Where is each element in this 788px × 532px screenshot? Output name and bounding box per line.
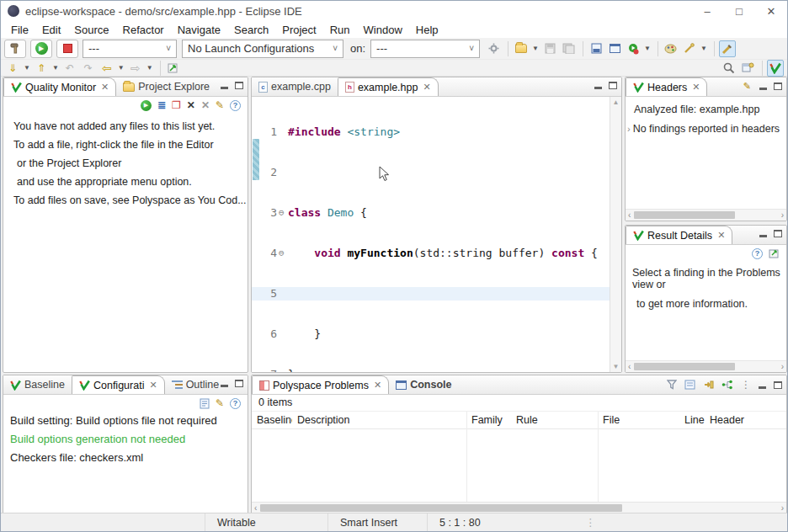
forward-button-disabled[interactable]: ↷: [80, 60, 97, 77]
menu-item-project[interactable]: Project: [275, 23, 322, 37]
editor-vertical-scrollbar[interactable]: ▲ ▼: [610, 97, 621, 372]
tab-polyspace-problems[interactable]: Polyspace Problems ✕: [252, 375, 389, 394]
back-history-button[interactable]: ⇦: [98, 60, 115, 77]
minimize-view-icon[interactable]: [759, 88, 767, 90]
maximize-view-icon[interactable]: [774, 82, 782, 90]
maximize-view-icon[interactable]: [609, 82, 617, 89]
tab-result-details[interactable]: Result Details ✕: [626, 226, 732, 244]
save-all-button[interactable]: [560, 40, 577, 57]
expand-chevron-icon[interactable]: ›: [627, 124, 631, 134]
tab-outline[interactable]: Outline: [165, 375, 226, 394]
menu-item-navigate[interactable]: Navigate: [171, 23, 227, 37]
column-header-baseline[interactable]: Baseline: [252, 414, 292, 426]
scrollbar-thumb[interactable]: [634, 363, 735, 370]
result-details-horizontal-scrollbar[interactable]: ‹ ›: [626, 360, 786, 372]
scroll-right-icon[interactable]: ›: [781, 362, 784, 371]
tab-example-hpp[interactable]: h example.hpp ✕: [338, 77, 439, 96]
export-icon[interactable]: [703, 380, 714, 390]
column-header-description[interactable]: Description: [292, 414, 466, 426]
close-button[interactable]: ✕: [755, 1, 787, 21]
column-header-line[interactable]: Line: [679, 414, 705, 426]
maximize-view-icon[interactable]: [235, 380, 243, 387]
maximize-view-icon[interactable]: [774, 230, 782, 237]
build-active-config-button[interactable]: [588, 40, 604, 57]
menu-item-run[interactable]: Run: [323, 23, 357, 37]
next-annotation-dropdown[interactable]: ▼: [24, 64, 30, 72]
external-tools-button[interactable]: [681, 40, 698, 57]
build-config-combo[interactable]: --- ˅: [83, 40, 177, 58]
tab-project-explorer[interactable]: Project Explore: [116, 77, 216, 96]
tab-quality-monitor[interactable]: Quality Monitor ✕: [3, 77, 116, 96]
launch-config-combo[interactable]: No Launch Configurations ˅: [182, 40, 343, 58]
statusbar-drag-handle-icon[interactable]: ⋮: [585, 516, 596, 529]
tab-baseline[interactable]: Baseline: [3, 375, 72, 394]
group-by-icon[interactable]: [684, 380, 695, 390]
scroll-up-icon[interactable]: ▲: [613, 98, 620, 106]
polyspace-perspective-button[interactable]: [767, 60, 784, 77]
scrollbar-thumb[interactable]: [260, 504, 622, 512]
open-console-button[interactable]: [606, 40, 623, 57]
open-perspective-button[interactable]: [739, 60, 756, 77]
scroll-down-icon[interactable]: ▼: [613, 363, 620, 370]
minimize-button[interactable]: –: [691, 1, 723, 21]
scroll-left-icon[interactable]: ‹: [628, 210, 631, 220]
remove-files-icon[interactable]: ❐: [172, 100, 181, 110]
build-button[interactable]: [4, 40, 26, 58]
headers-horizontal-scrollbar[interactable]: ‹ ›: [626, 209, 786, 221]
column-header-header[interactable]: Header: [705, 414, 786, 426]
run-button[interactable]: ▶: [30, 40, 52, 58]
close-tab-icon[interactable]: ✕: [717, 230, 725, 241]
fold-marker-icon[interactable]: ⊖: [279, 247, 288, 260]
report-icon[interactable]: [200, 398, 210, 409]
back-history-dropdown[interactable]: ▼: [118, 64, 125, 72]
column-header-file[interactable]: File: [598, 414, 679, 426]
maximize-view-icon[interactable]: [235, 82, 243, 89]
menu-item-edit[interactable]: Edit: [35, 23, 67, 37]
code-area[interactable]: 1#include <string> 2 3⊖class Demo { 4⊖ v…: [252, 98, 610, 372]
menu-item-refactor[interactable]: Refactor: [116, 23, 171, 37]
column-header-family[interactable]: Family: [466, 414, 511, 426]
maximize-button[interactable]: □: [723, 1, 755, 21]
save-button[interactable]: [541, 40, 558, 57]
tab-configuration[interactable]: Configurati ✕: [72, 375, 165, 394]
back-button-disabled[interactable]: ↶: [61, 60, 78, 77]
help-icon[interactable]: ?: [230, 100, 241, 111]
scroll-right-icon[interactable]: ›: [781, 210, 784, 220]
close-tab-icon[interactable]: ✕: [149, 380, 157, 391]
show-list-icon[interactable]: ≣: [157, 100, 166, 110]
run-analysis-icon[interactable]: ▶: [141, 100, 152, 111]
close-tab-icon[interactable]: ✕: [374, 380, 381, 391]
column-header-rule[interactable]: Rule: [511, 414, 598, 426]
tab-headers[interactable]: Headers ✕: [626, 77, 707, 96]
edit-config-icon[interactable]: ✎: [216, 100, 224, 110]
menu-item-source[interactable]: Source: [67, 23, 115, 37]
run-configurations-dropdown[interactable]: ▼: [644, 45, 651, 52]
scroll-left-icon[interactable]: ‹: [254, 503, 257, 513]
run-configurations-button[interactable]: [625, 40, 642, 57]
external-tools-dropdown[interactable]: ▼: [700, 45, 707, 52]
tab-example-cpp[interactable]: c example.cpp: [252, 77, 338, 96]
filter-icon[interactable]: [667, 380, 677, 390]
maximize-view-icon[interactable]: [774, 381, 782, 389]
help-icon[interactable]: ?: [230, 398, 241, 409]
view-menu-icon[interactable]: ⋮: [741, 380, 751, 390]
tree-view-icon[interactable]: [721, 380, 733, 390]
forward-history-button[interactable]: ⇨: [127, 60, 144, 77]
edit-config-icon[interactable]: ✎: [216, 398, 224, 408]
minimize-view-icon[interactable]: [221, 385, 228, 387]
launch-settings-button[interactable]: [485, 40, 502, 57]
previous-annotation-button[interactable]: ⇑: [33, 60, 50, 77]
help-icon[interactable]: ?: [752, 248, 763, 259]
next-annotation-button[interactable]: ⇓: [4, 60, 21, 77]
last-edit-location-button[interactable]: [165, 60, 182, 77]
problems-horizontal-scrollbar[interactable]: ‹ ›: [252, 502, 786, 513]
minimize-view-icon[interactable]: [759, 235, 767, 237]
menu-item-file[interactable]: File: [4, 23, 35, 37]
previous-annotation-dropdown[interactable]: ▼: [52, 64, 59, 72]
scroll-right-icon[interactable]: ›: [781, 503, 784, 513]
forward-history-dropdown[interactable]: ▼: [146, 64, 153, 72]
minimize-view-icon[interactable]: [759, 386, 766, 389]
scroll-left-icon[interactable]: ‹: [628, 362, 631, 371]
search-button[interactable]: [721, 60, 737, 77]
close-tab-icon[interactable]: ✕: [101, 82, 109, 93]
